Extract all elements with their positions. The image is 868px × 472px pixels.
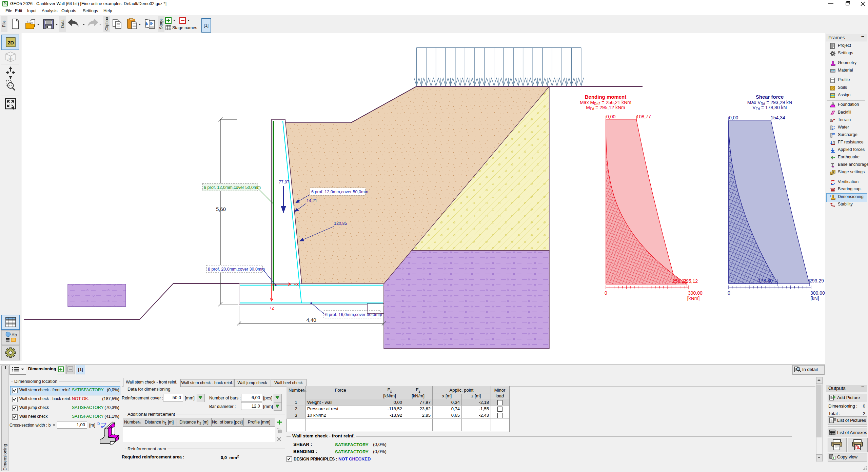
svg-text:8 prof. 20,0mm,cover 30,0mm: 8 prof. 20,0mm,cover 30,0mm [208, 267, 265, 272]
svg-text:0: 0 [605, 290, 607, 296]
svg-text:+x: +x [294, 281, 299, 287]
svg-text:120,85: 120,85 [334, 221, 347, 226]
svg-text:[kN]: [kN] [811, 296, 819, 301]
svg-text:5,60: 5,60 [216, 206, 226, 212]
svg-text:Ab: Ab [12, 332, 17, 337]
svg-text:295,12: 295,12 [683, 278, 698, 284]
svg-text:6 prof. 12,0mm,cover 50,0mm: 6 prof. 12,0mm,cover 50,0mm [311, 190, 368, 194]
svg-text:77,97: 77,97 [279, 180, 290, 184]
svg-text:0: 0 [728, 290, 730, 296]
svg-text:154,34: 154,34 [771, 115, 785, 120]
svg-text:[kNm]: [kNm] [687, 296, 700, 301]
svg-text:6 prof. 16,0mm,cover 30,0mm: 6 prof. 16,0mm,cover 30,0mm [325, 312, 382, 317]
svg-text:14,21: 14,21 [307, 198, 317, 203]
svg-text:MEd = 295,12 kNm: MEd = 295,12 kNm [586, 105, 625, 111]
svg-text:Bending moment: Bending moment [585, 94, 627, 100]
svg-text:Shear force: Shear force [756, 94, 784, 100]
svg-text:2: 2 [833, 171, 835, 174]
svg-text:300,00: 300,00 [810, 290, 825, 296]
svg-text:0,00: 0,00 [729, 115, 738, 120]
svg-text:+z: +z [269, 305, 274, 311]
svg-text:0,00: 0,00 [606, 114, 615, 119]
svg-text:178,80: 178,80 [758, 278, 773, 283]
svg-text:293,29: 293,29 [809, 278, 824, 283]
svg-text:300,00: 300,00 [688, 290, 703, 296]
svg-text:VEd = 178,80 kN: VEd = 178,80 kN [752, 105, 787, 111]
svg-text:2D: 2D [7, 40, 14, 45]
svg-text:6 prof. 12,0mm,cover 50,0mm: 6 prof. 12,0mm,cover 50,0mm [204, 185, 261, 190]
svg-text:108,77: 108,77 [636, 114, 651, 119]
svg-text:4,40: 4,40 [306, 317, 316, 323]
svg-text:b: b [97, 421, 100, 426]
svg-text:3D: 3D [7, 57, 13, 61]
